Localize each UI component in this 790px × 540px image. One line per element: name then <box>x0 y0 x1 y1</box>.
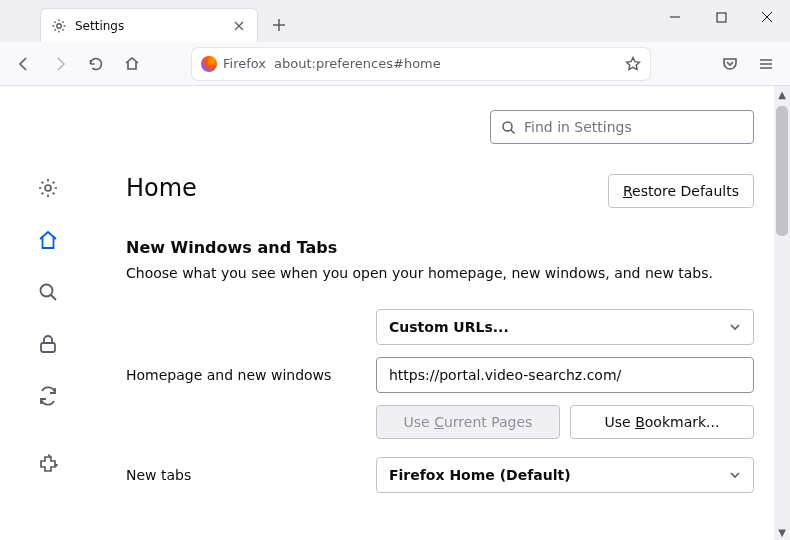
chevron-down-icon <box>729 469 741 481</box>
section-description: Choose what you see when you open your h… <box>126 265 754 281</box>
home-button[interactable] <box>116 48 148 80</box>
maximize-button[interactable] <box>698 0 744 34</box>
back-button[interactable] <box>8 48 40 80</box>
homepage-url-input[interactable] <box>376 357 754 393</box>
newtabs-mode-select[interactable]: Firefox Home (Default) <box>376 457 754 493</box>
reload-button[interactable] <box>80 48 112 80</box>
vertical-scrollbar[interactable]: ▲ ▼ <box>774 86 790 540</box>
urlbar-identity: Firefox <box>201 56 274 72</box>
sidebar-extensions-icon[interactable] <box>36 452 60 476</box>
restore-defaults-button[interactable]: Restore Defaults <box>608 174 754 208</box>
urlbar-identity-label: Firefox <box>223 56 266 71</box>
pocket-button[interactable] <box>714 48 746 80</box>
sidebar-sync-icon[interactable] <box>36 384 60 408</box>
svg-point-3 <box>41 285 53 297</box>
sidebar-search-icon[interactable] <box>36 280 60 304</box>
search-icon <box>501 120 516 135</box>
settings-sidebar <box>0 86 96 540</box>
browser-tab[interactable]: Settings <box>40 8 258 42</box>
scrollbar-thumb[interactable] <box>776 106 788 236</box>
homepage-label: Homepage and new windows <box>126 367 360 383</box>
gear-icon <box>51 18 67 34</box>
scroll-down-arrow[interactable]: ▼ <box>774 524 790 540</box>
window-controls <box>652 0 790 34</box>
settings-search-input[interactable] <box>524 119 743 135</box>
svg-point-0 <box>57 23 61 27</box>
chevron-down-icon <box>729 321 741 333</box>
bookmark-star-icon[interactable] <box>625 56 641 72</box>
use-current-pages-button[interactable]: Use Current Pages <box>376 405 560 439</box>
select-label: Custom URLs... <box>389 319 509 335</box>
svg-point-2 <box>45 185 51 191</box>
use-bookmark-button[interactable]: Use Bookmark... <box>570 405 754 439</box>
firefox-icon <box>201 56 217 72</box>
select-label: Firefox Home (Default) <box>389 467 571 483</box>
settings-search[interactable] <box>490 110 754 144</box>
url-bar[interactable]: Firefox about:preferences#home <box>192 48 650 80</box>
section-title: New Windows and Tabs <box>126 238 754 257</box>
sidebar-home-icon[interactable] <box>36 228 60 252</box>
forward-button <box>44 48 76 80</box>
content: Home Restore Defaults New Windows and Ta… <box>0 86 790 540</box>
app-menu-button[interactable] <box>750 48 782 80</box>
newtabs-label: New tabs <box>126 467 360 483</box>
tab-title: Settings <box>75 19 223 33</box>
sidebar-privacy-icon[interactable] <box>36 332 60 356</box>
close-window-button[interactable] <box>744 0 790 34</box>
scroll-up-arrow[interactable]: ▲ <box>774 86 790 102</box>
settings-main: Home Restore Defaults New Windows and Ta… <box>96 86 790 540</box>
svg-rect-1 <box>717 13 726 22</box>
svg-point-5 <box>503 122 512 131</box>
titlebar: Settings <box>0 0 790 42</box>
toolbar: Firefox about:preferences#home <box>0 42 790 86</box>
homepage-mode-select[interactable]: Custom URLs... <box>376 309 754 345</box>
new-tab-button[interactable] <box>264 10 294 40</box>
page-title: Home <box>126 174 197 202</box>
close-icon[interactable] <box>231 18 247 34</box>
minimize-button[interactable] <box>652 0 698 34</box>
sidebar-general-icon[interactable] <box>36 176 60 200</box>
svg-rect-4 <box>41 343 55 352</box>
urlbar-text: about:preferences#home <box>274 56 441 71</box>
